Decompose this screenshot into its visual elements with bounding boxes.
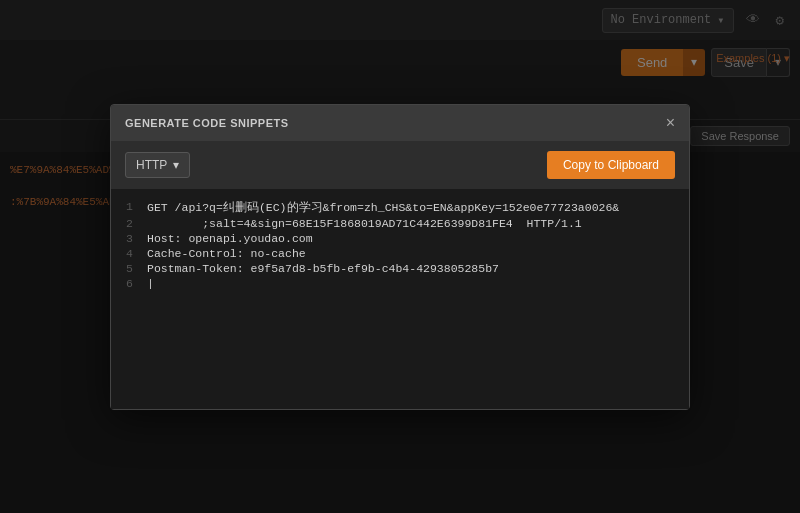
generate-code-modal: GENERATE CODE SNIPPETS × HTTP ▾ Copy to … — [110, 104, 690, 410]
code-line-4: 4 Cache-Control: no-cache — [111, 246, 689, 261]
line-content-5: Postman-Token: e9f5a7d8-b5fb-ef9b-c4b4-4… — [147, 262, 499, 275]
modal-close-button[interactable]: × — [666, 115, 675, 131]
line-number-3: 3 — [111, 232, 147, 245]
line-content-4: Cache-Control: no-cache — [147, 247, 306, 260]
code-line-3: 3 Host: openapi.youdao.com — [111, 231, 689, 246]
line-number-5: 5 — [111, 262, 147, 275]
copy-to-clipboard-button[interactable]: Copy to Clipboard — [547, 151, 675, 179]
line-content-3: Host: openapi.youdao.com — [147, 232, 313, 245]
language-selector[interactable]: HTTP ▾ — [125, 152, 190, 178]
line-number-4: 4 — [111, 247, 147, 260]
modal-toolbar: HTTP ▾ Copy to Clipboard — [111, 141, 689, 189]
language-chevron-icon: ▾ — [173, 158, 179, 172]
code-line-2: 2 ;salt=4&sign=68E15F1868019AD71C442E639… — [111, 216, 689, 231]
line-number-2: 2 — [111, 217, 147, 230]
modal-header: GENERATE CODE SNIPPETS × — [111, 105, 689, 141]
line-number-1: 1 — [111, 200, 147, 215]
language-label: HTTP — [136, 158, 167, 172]
line-content-1: GET /api?q=纠删码(EC)的学习&from=zh_CHS&to=EN&… — [147, 200, 619, 215]
line-number-6: 6 — [111, 277, 147, 290]
code-area: 1 GET /api?q=纠删码(EC)的学习&from=zh_CHS&to=E… — [111, 189, 689, 409]
line-content-2: ;salt=4&sign=68E15F1868019AD71C442E6399D… — [147, 217, 582, 230]
code-line-5: 5 Postman-Token: e9f5a7d8-b5fb-ef9b-c4b4… — [111, 261, 689, 276]
code-line-6: 6 — [111, 276, 689, 291]
modal-title: GENERATE CODE SNIPPETS — [125, 117, 289, 129]
code-line-1: 1 GET /api?q=纠删码(EC)的学习&from=zh_CHS&to=E… — [111, 199, 689, 216]
line-content-6 — [147, 277, 154, 290]
